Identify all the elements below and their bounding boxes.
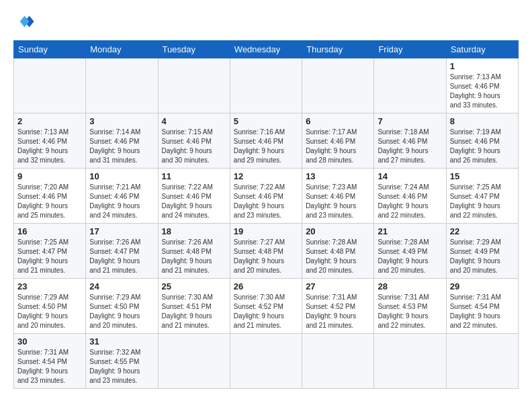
day-number: 26 [234, 281, 298, 291]
day-info: Sunrise: 7:16 AM Sunset: 4:46 PM Dayligh… [234, 128, 298, 165]
day-number: 25 [162, 281, 226, 291]
day-cell-18: 18Sunrise: 7:26 AM Sunset: 4:48 PM Dayli… [158, 224, 230, 279]
day-number: 21 [378, 226, 442, 236]
day-number: 30 [17, 336, 82, 347]
day-cell-19: 19Sunrise: 7:27 AM Sunset: 4:48 PM Dayli… [230, 224, 302, 279]
day-info: Sunrise: 7:32 AM Sunset: 4:55 PM Dayligh… [89, 348, 154, 385]
empty-cell [374, 58, 446, 113]
empty-cell [446, 334, 518, 389]
day-number: 24 [89, 281, 154, 291]
day-info: Sunrise: 7:14 AM Sunset: 4:46 PM Dayligh… [89, 128, 154, 165]
day-cell-30: 30Sunrise: 7:31 AM Sunset: 4:54 PM Dayli… [14, 334, 86, 389]
day-info: Sunrise: 7:31 AM Sunset: 4:54 PM Dayligh… [450, 293, 515, 330]
day-info: Sunrise: 7:22 AM Sunset: 4:46 PM Dayligh… [234, 183, 298, 220]
day-number: 15 [450, 171, 515, 181]
day-number: 13 [306, 171, 370, 181]
empty-cell [86, 58, 158, 113]
day-info: Sunrise: 7:26 AM Sunset: 4:48 PM Dayligh… [162, 238, 226, 275]
day-info: Sunrise: 7:29 AM Sunset: 4:49 PM Dayligh… [450, 238, 515, 275]
day-number: 5 [234, 116, 298, 126]
weekday-header-tuesday: Tuesday [158, 41, 230, 58]
day-cell-4: 4Sunrise: 7:15 AM Sunset: 4:46 PM Daylig… [158, 113, 230, 169]
day-number: 22 [450, 226, 515, 236]
day-info: Sunrise: 7:29 AM Sunset: 4:50 PM Dayligh… [17, 293, 82, 330]
day-number: 28 [378, 281, 442, 291]
day-cell-13: 13Sunrise: 7:23 AM Sunset: 4:46 PM Dayli… [302, 169, 374, 224]
day-cell-24: 24Sunrise: 7:29 AM Sunset: 4:50 PM Dayli… [86, 279, 158, 334]
empty-cell [158, 58, 230, 113]
empty-cell [374, 334, 446, 389]
day-info: Sunrise: 7:25 AM Sunset: 4:47 PM Dayligh… [450, 183, 515, 220]
day-number: 12 [234, 171, 298, 181]
day-cell-27: 27Sunrise: 7:31 AM Sunset: 4:52 PM Dayli… [302, 279, 374, 334]
day-number: 4 [162, 116, 226, 126]
weekday-header-wednesday: Wednesday [230, 41, 302, 58]
weekday-header-row: SundayMondayTuesdayWednesdayThursdayFrid… [14, 41, 519, 58]
day-cell-20: 20Sunrise: 7:28 AM Sunset: 4:48 PM Dayli… [302, 224, 374, 279]
weekday-header-sunday: Sunday [14, 41, 86, 58]
day-number: 6 [306, 116, 370, 126]
logo [13, 12, 36, 34]
day-info: Sunrise: 7:28 AM Sunset: 4:49 PM Dayligh… [378, 238, 442, 275]
day-info: Sunrise: 7:15 AM Sunset: 4:46 PM Dayligh… [162, 128, 226, 165]
day-number: 23 [17, 281, 82, 291]
day-number: 3 [89, 116, 154, 126]
day-cell-22: 22Sunrise: 7:29 AM Sunset: 4:49 PM Dayli… [446, 224, 518, 279]
day-info: Sunrise: 7:13 AM Sunset: 4:46 PM Dayligh… [450, 73, 515, 110]
day-number: 27 [306, 281, 370, 291]
day-number: 17 [89, 226, 154, 236]
day-info: Sunrise: 7:27 AM Sunset: 4:48 PM Dayligh… [234, 238, 298, 275]
day-cell-3: 3Sunrise: 7:14 AM Sunset: 4:46 PM Daylig… [86, 113, 158, 169]
day-cell-5: 5Sunrise: 7:16 AM Sunset: 4:46 PM Daylig… [230, 113, 302, 169]
day-info: Sunrise: 7:26 AM Sunset: 4:47 PM Dayligh… [89, 238, 154, 275]
weekday-header-thursday: Thursday [302, 41, 374, 58]
day-info: Sunrise: 7:31 AM Sunset: 4:53 PM Dayligh… [378, 293, 442, 330]
empty-cell [158, 334, 230, 389]
day-info: Sunrise: 7:22 AM Sunset: 4:46 PM Dayligh… [162, 183, 226, 220]
day-number: 7 [378, 116, 442, 126]
empty-cell [302, 334, 374, 389]
weekday-header-friday: Friday [374, 41, 446, 58]
logo-icon [16, 12, 35, 31]
calendar-week-row: 2Sunrise: 7:13 AM Sunset: 4:46 PM Daylig… [14, 113, 519, 169]
calendar: SundayMondayTuesdayWednesdayThursdayFrid… [13, 40, 519, 389]
calendar-week-row: 23Sunrise: 7:29 AM Sunset: 4:50 PM Dayli… [14, 279, 519, 334]
day-number: 18 [162, 226, 226, 236]
day-cell-10: 10Sunrise: 7:21 AM Sunset: 4:46 PM Dayli… [86, 169, 158, 224]
empty-cell [14, 58, 86, 113]
day-cell-16: 16Sunrise: 7:25 AM Sunset: 4:47 PM Dayli… [14, 224, 86, 279]
day-number: 8 [450, 116, 515, 126]
day-info: Sunrise: 7:23 AM Sunset: 4:46 PM Dayligh… [306, 183, 370, 220]
day-number: 20 [306, 226, 370, 236]
day-info: Sunrise: 7:20 AM Sunset: 4:46 PM Dayligh… [17, 183, 82, 220]
calendar-week-row: 16Sunrise: 7:25 AM Sunset: 4:47 PM Dayli… [14, 224, 519, 279]
day-cell-2: 2Sunrise: 7:13 AM Sunset: 4:46 PM Daylig… [14, 113, 86, 169]
day-cell-17: 17Sunrise: 7:26 AM Sunset: 4:47 PM Dayli… [86, 224, 158, 279]
day-cell-15: 15Sunrise: 7:25 AM Sunset: 4:47 PM Dayli… [446, 169, 518, 224]
day-cell-31: 31Sunrise: 7:32 AM Sunset: 4:55 PM Dayli… [86, 334, 158, 389]
day-number: 11 [162, 171, 226, 181]
day-cell-14: 14Sunrise: 7:24 AM Sunset: 4:46 PM Dayli… [374, 169, 446, 224]
day-cell-11: 11Sunrise: 7:22 AM Sunset: 4:46 PM Dayli… [158, 169, 230, 224]
day-info: Sunrise: 7:31 AM Sunset: 4:52 PM Dayligh… [306, 293, 370, 330]
day-info: Sunrise: 7:30 AM Sunset: 4:52 PM Dayligh… [234, 293, 298, 330]
day-info: Sunrise: 7:28 AM Sunset: 4:48 PM Dayligh… [306, 238, 370, 275]
empty-cell [230, 334, 302, 389]
day-cell-25: 25Sunrise: 7:30 AM Sunset: 4:51 PM Dayli… [158, 279, 230, 334]
day-info: Sunrise: 7:21 AM Sunset: 4:46 PM Dayligh… [89, 183, 154, 220]
day-info: Sunrise: 7:13 AM Sunset: 4:46 PM Dayligh… [17, 128, 82, 165]
day-cell-26: 26Sunrise: 7:30 AM Sunset: 4:52 PM Dayli… [230, 279, 302, 334]
calendar-week-row: 9Sunrise: 7:20 AM Sunset: 4:46 PM Daylig… [14, 169, 519, 224]
day-info: Sunrise: 7:19 AM Sunset: 4:46 PM Dayligh… [450, 128, 515, 165]
day-info: Sunrise: 7:31 AM Sunset: 4:54 PM Dayligh… [17, 348, 82, 385]
day-cell-1: 1Sunrise: 7:13 AM Sunset: 4:46 PM Daylig… [446, 58, 518, 113]
day-number: 19 [234, 226, 298, 236]
page-container: SundayMondayTuesdayWednesdayThursdayFrid… [0, 0, 532, 396]
day-info: Sunrise: 7:29 AM Sunset: 4:50 PM Dayligh… [89, 293, 154, 330]
day-number: 9 [17, 171, 82, 181]
day-info: Sunrise: 7:18 AM Sunset: 4:46 PM Dayligh… [378, 128, 442, 165]
day-number: 1 [450, 61, 515, 71]
day-info: Sunrise: 7:17 AM Sunset: 4:46 PM Dayligh… [306, 128, 370, 165]
day-cell-21: 21Sunrise: 7:28 AM Sunset: 4:49 PM Dayli… [374, 224, 446, 279]
calendar-week-row: 1Sunrise: 7:13 AM Sunset: 4:46 PM Daylig… [14, 58, 519, 113]
